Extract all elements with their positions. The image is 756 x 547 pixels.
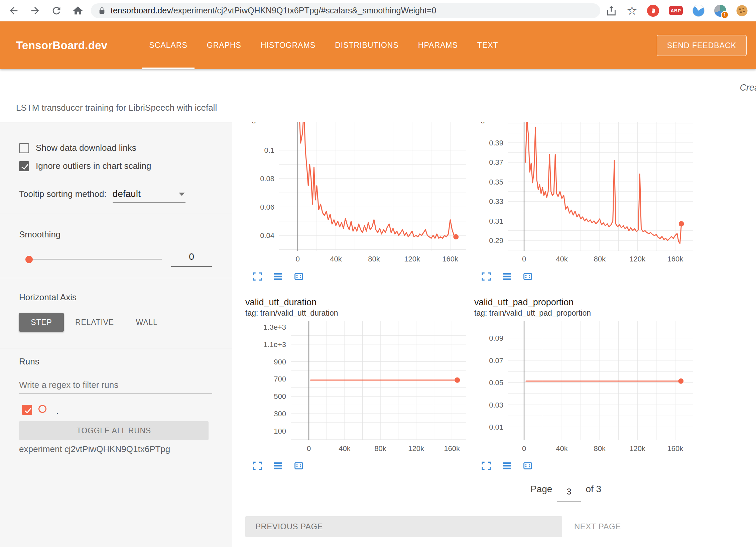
send-feedback-button[interactable]: SEND FEEDBACK [657,35,747,56]
svg-text:0: 0 [296,255,300,263]
svg-text:0.37: 0.37 [489,158,503,167]
tooltip-sorting-row: Tooltip sorting method: default [19,189,185,203]
svg-text:0.09: 0.09 [489,334,503,342]
fit-domain-icon[interactable] [522,460,533,471]
pagination: Page 3 of 3 [530,484,601,502]
runs-label: Runs [19,356,39,367]
expand-chart-icon[interactable] [481,271,492,282]
app-header: TensorBoard.dev SCALARS GRAPHS HISTOGRAM… [0,21,756,69]
svg-text:40k: 40k [330,255,342,263]
expand-chart-icon[interactable] [252,271,263,282]
scalar-chart-svg[interactable]: 1003005007009001.1e+31.3e+3040k80k120k16… [254,318,468,455]
lock-icon [98,7,106,14]
svg-text:900: 900 [274,358,286,366]
fit-domain-icon[interactable] [293,271,304,282]
toggle-y-axis-icon[interactable] [273,271,283,282]
tab-hparams[interactable]: HPARAMS [408,21,468,69]
divider [0,278,232,278]
url-path: /experiment/cj2vtPiwQHKN9Q1tx6PTpg/#scal… [171,6,436,15]
svg-text:0.33: 0.33 [489,197,503,206]
toggle-y-axis-icon[interactable] [502,460,512,471]
axis-step-button[interactable]: STEP [19,313,64,332]
back-icon[interactable] [8,5,19,16]
svg-text:80k: 80k [374,444,386,453]
svg-text:100: 100 [274,427,286,435]
reload-icon[interactable] [51,5,62,16]
chart-tag: tag: train/… [245,122,285,124]
ignore-outliers-label: Ignore outliers in chart scaling [36,161,151,171]
tab-graphs[interactable]: GRAPHS [197,21,251,69]
show-download-links-label: Show data download links [36,143,136,153]
bookmark-star-icon[interactable]: ☆ [627,5,637,17]
show-download-links-checkbox[interactable] [19,143,29,153]
previous-page-button[interactable]: PREVIOUS PAGE [245,516,562,537]
next-page-button[interactable]: NEXT PAGE [574,516,621,537]
chart-toolbar [245,271,466,282]
chart-toolbar [245,460,466,471]
expand-chart-icon[interactable] [252,460,263,471]
svg-text:0.07: 0.07 [489,356,503,365]
svg-text:160k: 160k [444,444,460,453]
chart-card: tag: train/… 0.290.310.330.350.370.39040… [474,122,695,282]
chart-tag: tag: train/valid_utt_duration [245,308,466,318]
tab-text[interactable]: TEXT [468,21,508,69]
svg-text:80k: 80k [594,255,606,263]
pie-extension-icon[interactable] [692,5,705,17]
chart-title: valid_utt_pad_proportion [474,297,695,308]
tab-histograms[interactable]: HISTOGRAMS [251,21,325,69]
svg-text:0.39: 0.39 [489,139,503,147]
fit-domain-icon[interactable] [522,271,533,282]
chevron-down-icon [179,193,185,196]
url-domain: tensorboard.dev [111,6,171,15]
fit-domain-icon[interactable] [293,460,304,471]
tooltip-sorting-label: Tooltip sorting method: [19,189,107,199]
scalar-chart-svg[interactable]: 0.010.030.050.070.09040k80k120k160k [482,318,696,455]
scalar-chart-svg[interactable]: 0.040.060.080.1040k80k120k160k [254,122,468,266]
svg-text:80k: 80k [594,444,606,453]
chart-tag: tag: train/… [474,122,514,124]
tooltip-sorting-dropdown[interactable]: default [113,189,185,203]
profile-extension-icon[interactable]: 1 [714,5,726,17]
runs-filter-input[interactable]: Write a regex to filter runs [19,376,212,394]
tab-scalars[interactable]: SCALARS [139,21,197,69]
share-icon[interactable] [606,5,617,16]
created-text-partial: Crea [740,83,756,93]
extension-badge: 1 [721,11,729,19]
main-nav: SCALARS GRAPHS HISTOGRAMS DISTRIBUTIONS … [139,21,508,69]
abp-extension-icon[interactable]: ABP [669,6,683,15]
tensorboard-logo[interactable]: TensorBoard.dev [16,39,107,52]
toggle-y-axis-icon[interactable] [273,460,283,471]
ignore-outliers-checkbox[interactable] [19,161,29,171]
smoothing-value-input[interactable]: 0 [171,251,212,267]
cookie-extension-icon[interactable] [736,5,748,17]
address-bar[interactable]: tensorboard.dev/experiment/cj2vtPiwQHKN9… [91,3,600,18]
svg-text:40k: 40k [556,444,568,453]
axis-wall-button[interactable]: WALL [130,313,163,332]
axis-relative-button[interactable]: RELATIVE [69,313,121,332]
chart-card: valid_utt_pad_proportion tag: train/vali… [474,297,695,471]
svg-text:500: 500 [274,392,286,401]
run-checkbox[interactable] [22,405,32,415]
toggle-y-axis-icon[interactable] [502,271,512,282]
svg-text:0.05: 0.05 [489,378,503,387]
page-number-input[interactable]: 3 [557,486,581,502]
scalar-chart-svg[interactable]: 0.290.310.330.350.370.39040k80k120k160k [482,122,696,266]
forward-icon[interactable] [29,5,41,16]
expand-chart-icon[interactable] [481,460,492,471]
svg-text:120k: 120k [629,255,646,263]
home-icon[interactable] [72,5,84,16]
page-label: Page [530,484,552,495]
chart-toolbar [474,460,695,471]
browser-actions: ☆ ABP 1 [606,5,748,17]
chart-card: tag: train/… 0.040.060.080.1040k80k120k1… [245,122,466,282]
svg-text:700: 700 [274,375,286,383]
svg-text:300: 300 [274,410,286,418]
svg-text:0.31: 0.31 [489,217,503,225]
experiment-subheader: Crea LSTM transducer training for LibriS… [0,69,756,122]
smoothing-slider-track[interactable] [33,259,162,260]
toggle-all-runs-button[interactable]: TOGGLE ALL RUNS [19,421,209,440]
adblock-extension-icon[interactable] [647,5,659,17]
tab-distributions[interactable]: DISTRIBUTIONS [325,21,408,69]
smoothing-slider-handle[interactable] [25,256,33,263]
chart-title: valid_utt_duration [245,297,466,308]
